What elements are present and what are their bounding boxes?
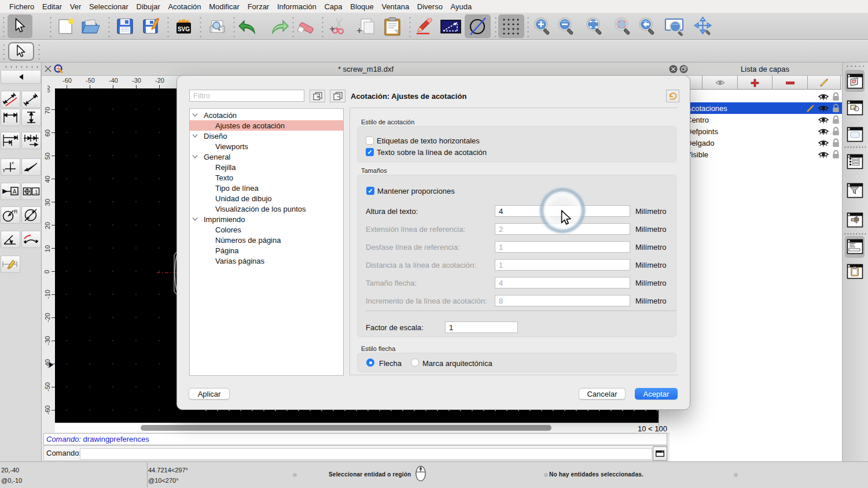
svg-text:A: A: [13, 188, 17, 195]
svg-text:SVG: SVG: [178, 26, 190, 32]
svg-text:.1: .1: [34, 189, 38, 195]
svg-text:R: R: [14, 209, 18, 215]
svg-text:y: y: [3, 167, 5, 172]
svg-text:x: x: [12, 160, 14, 165]
